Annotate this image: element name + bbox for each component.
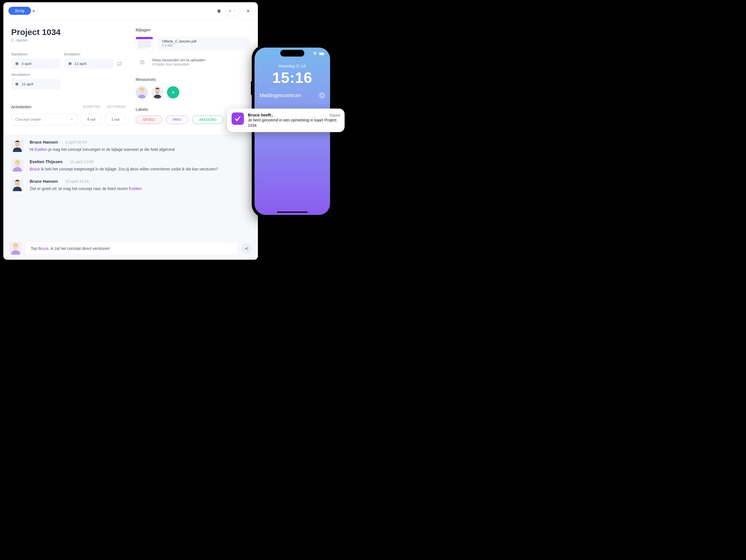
mention[interactable]: Bruce xyxy=(30,167,40,171)
svg-rect-6 xyxy=(69,62,69,63)
check-icon xyxy=(234,115,241,122)
status-chip[interactable]: Bezig xyxy=(8,7,31,15)
calendar-icon xyxy=(15,82,19,86)
activity-value: Concept creatie xyxy=(16,117,41,121)
panel-body: Project 1034 C. Janzen Startdatum 3 apri… xyxy=(3,20,258,125)
comment-item: Evelien Thijssen 10 april 10:59 Bruce ik… xyxy=(3,154,258,174)
comment-time: 3 april 09:04 xyxy=(65,140,87,144)
label-akkoord[interactable]: AKKOORD xyxy=(192,116,224,124)
chevron-down-icon xyxy=(233,9,236,12)
bolt-icon xyxy=(229,9,232,13)
notification-center-title: Meldingencentrum xyxy=(260,93,301,99)
comment-text: Hi Evelien je mag het concept toevoegen … xyxy=(30,147,250,152)
comment-text: Ziet er goed uit! Je mag het concept naa… xyxy=(30,186,250,192)
comment-avatar xyxy=(11,159,24,172)
svg-point-23 xyxy=(15,181,20,186)
estimate-field[interactable]: 6 uur xyxy=(81,114,102,125)
project-title: Project 1034 xyxy=(11,27,125,37)
project-client: C. Janzen xyxy=(11,38,125,42)
panel-header: Bezig xyxy=(3,2,258,20)
attachment-row[interactable]: Offerte_C.Janzen.pdf 8.8 MB xyxy=(136,37,250,50)
resource-avatar[interactable] xyxy=(151,86,164,99)
comments-section: Bruce Hansen 3 april 09:04 Hi Evelien je… xyxy=(3,135,258,260)
svg-rect-9 xyxy=(16,83,19,84)
due-date-value: 12 april xyxy=(22,82,34,86)
star-icon xyxy=(217,8,222,13)
mention[interactable]: Evelien xyxy=(129,187,142,191)
notification-text: Je bent genoemd in een opmerking in kaar… xyxy=(248,117,340,128)
due-date-field[interactable]: 12 april xyxy=(11,79,60,89)
close-icon xyxy=(246,9,250,13)
recurring-button[interactable] xyxy=(117,62,125,69)
favorite-button[interactable] xyxy=(214,6,224,16)
wifi-icon xyxy=(313,52,317,55)
svg-rect-3 xyxy=(17,62,18,63)
status-wrap: Bezig xyxy=(8,6,38,16)
chevron-down-icon xyxy=(70,118,73,121)
label-prio[interactable]: PRIO xyxy=(166,116,189,124)
resources-avatars xyxy=(136,86,250,99)
svg-point-19 xyxy=(15,142,20,147)
comment-text: Bruce ik heb het concept toegevoegd in d… xyxy=(30,166,250,172)
file-info: Offerte_C.Janzen.pdf 8.8 MB xyxy=(158,37,250,50)
lockscreen-date: Maandag 31 juli xyxy=(255,64,330,68)
resource-avatar[interactable] xyxy=(136,86,148,99)
file-name: Offerte_C.Janzen.pdf xyxy=(162,39,250,44)
comment-composer: Top Bruce, ik zal het concept direct ver… xyxy=(3,238,258,260)
svg-rect-5 xyxy=(68,63,71,63)
mention[interactable]: Bruce xyxy=(38,246,48,251)
resources-title: Resources xyxy=(136,77,250,82)
repeat-icon xyxy=(117,62,122,66)
dropzone-title: Sleep bestanden om te uploaden xyxy=(152,58,205,62)
notification-body: Bruce heeft.. Zojuist Je bent genoemd in… xyxy=(248,112,340,128)
notification-app-icon xyxy=(232,112,244,125)
dropzone[interactable]: Sleep bestanden om te uploaden of blader… xyxy=(136,55,250,69)
file-size: 8.8 MB xyxy=(162,44,250,48)
svg-rect-10 xyxy=(16,83,17,83)
attachments-title: Bijlagen xyxy=(136,27,250,32)
svg-rect-11 xyxy=(17,83,18,83)
start-date-label: Startdatum xyxy=(11,52,60,56)
send-button[interactable] xyxy=(241,243,252,254)
start-date-value: 3 april xyxy=(22,62,31,66)
activities-title: Activiteiten xyxy=(11,104,32,109)
comment-item: Bruce Hansen 3 april 09:04 Hi Evelien je… xyxy=(3,135,258,154)
date-grid: Startdatum 3 april Einddatum 12 a xyxy=(11,52,125,89)
col-estimate: SCHATTING xyxy=(83,105,101,108)
calendar-icon xyxy=(68,62,72,65)
activities-header: Activiteiten SCHATTING RESTEREND xyxy=(11,104,125,109)
svg-rect-2 xyxy=(16,62,17,63)
remaining-field[interactable]: 1 uur xyxy=(106,114,125,125)
svg-rect-12 xyxy=(142,61,144,64)
send-icon xyxy=(244,246,249,251)
lockscreen-time: 15:16 xyxy=(255,69,330,86)
status-bar xyxy=(313,52,325,55)
end-date-label: Einddatum xyxy=(64,52,114,56)
comment-time: 10 april 10:59 xyxy=(70,160,94,164)
mention[interactable]: Evelien xyxy=(34,147,47,152)
notification-time: Zojuist xyxy=(329,113,340,117)
notification-card[interactable]: Bruce heeft.. Zojuist Je bent genoemd in… xyxy=(227,109,345,132)
notification-center-close[interactable] xyxy=(319,92,325,99)
activity-row: Concept creatie 6 uur 1 uur xyxy=(11,114,125,125)
col-remaining: RESTEREND xyxy=(107,105,125,108)
comment-author: Bruce Hansen xyxy=(30,179,58,184)
start-date-field[interactable]: 3 april xyxy=(11,58,60,69)
dropzone-sub: of blader door bestanden xyxy=(152,62,205,66)
close-button[interactable] xyxy=(243,6,253,16)
close-icon xyxy=(321,94,323,97)
activity-select[interactable]: Concept creatie xyxy=(11,114,78,125)
home-indicator xyxy=(277,212,308,213)
calendar-icon xyxy=(15,62,19,65)
project-panel: Bezig Project 1034 C. Janzen Startdatum xyxy=(3,2,258,260)
add-resource-button[interactable] xyxy=(167,86,179,99)
comment-author: Bruce Hansen xyxy=(30,140,58,144)
composer-input[interactable]: Top Bruce, ik zal het concept direct ver… xyxy=(26,242,237,255)
left-column: Project 1034 C. Janzen Startdatum 3 apri… xyxy=(11,27,125,125)
label-spoed[interactable]: SPOED xyxy=(136,116,162,124)
svg-rect-27 xyxy=(319,53,324,55)
quick-actions-button[interactable] xyxy=(225,6,239,16)
svg-point-17 xyxy=(155,89,160,93)
end-date-value: 12 april xyxy=(75,62,87,66)
end-date-field[interactable]: 12 april xyxy=(64,58,114,69)
